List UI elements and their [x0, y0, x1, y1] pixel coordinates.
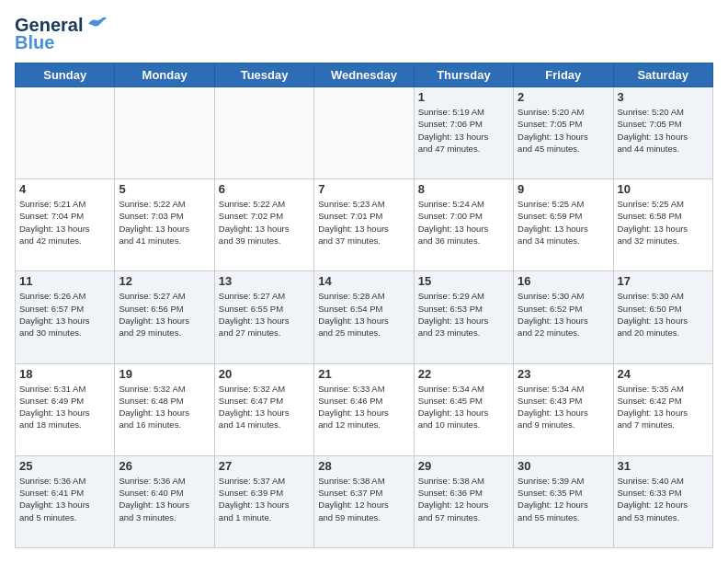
day-info: Sunrise: 5:25 AM Sunset: 6:58 PM Dayligh… [618, 198, 709, 247]
day-info: Sunrise: 5:25 AM Sunset: 6:59 PM Dayligh… [518, 198, 609, 247]
day-number: 4 [19, 182, 110, 196]
calendar-cell: 20Sunrise: 5:32 AM Sunset: 6:47 PM Dayli… [214, 363, 313, 455]
day-number: 6 [219, 182, 310, 196]
day-info: Sunrise: 5:36 AM Sunset: 6:40 PM Dayligh… [119, 475, 210, 523]
day-number: 15 [418, 274, 509, 288]
calendar-cell: 19Sunrise: 5:32 AM Sunset: 6:48 PM Dayli… [115, 363, 214, 455]
day-number: 17 [618, 274, 709, 288]
day-number: 26 [119, 459, 210, 473]
day-number: 22 [418, 367, 509, 381]
day-number: 7 [318, 182, 409, 196]
day-info: Sunrise: 5:26 AM Sunset: 6:57 PM Dayligh… [19, 290, 110, 339]
calendar-cell: 21Sunrise: 5:33 AM Sunset: 6:46 PM Dayli… [314, 363, 414, 455]
day-info: Sunrise: 5:37 AM Sunset: 6:39 PM Dayligh… [219, 475, 310, 523]
day-info: Sunrise: 5:40 AM Sunset: 6:33 PM Dayligh… [618, 475, 709, 523]
day-info: Sunrise: 5:21 AM Sunset: 7:04 PM Dayligh… [19, 198, 110, 247]
day-info: Sunrise: 5:30 AM Sunset: 6:50 PM Dayligh… [618, 290, 709, 339]
day-info: Sunrise: 5:38 AM Sunset: 6:36 PM Dayligh… [418, 475, 509, 523]
day-number: 8 [418, 182, 509, 196]
day-number: 27 [219, 459, 310, 473]
day-info: Sunrise: 5:31 AM Sunset: 6:49 PM Dayligh… [19, 383, 110, 431]
day-info: Sunrise: 5:20 AM Sunset: 7:05 PM Dayligh… [618, 106, 709, 155]
day-info: Sunrise: 5:34 AM Sunset: 6:45 PM Dayligh… [418, 383, 509, 431]
day-info: Sunrise: 5:23 AM Sunset: 7:01 PM Dayligh… [318, 198, 409, 247]
day-number: 12 [119, 274, 210, 288]
calendar-cell: 31Sunrise: 5:40 AM Sunset: 6:33 PM Dayli… [613, 455, 712, 547]
day-info: Sunrise: 5:19 AM Sunset: 7:06 PM Dayligh… [418, 106, 509, 155]
weekday-header-saturday: Saturday [613, 63, 712, 87]
day-number: 25 [19, 459, 110, 473]
logo: General Blue [15, 15, 107, 53]
week-row-2: 4Sunrise: 5:21 AM Sunset: 7:04 PM Daylig… [16, 179, 713, 271]
day-number: 11 [19, 274, 110, 288]
weekday-header-wednesday: Wednesday [314, 63, 414, 87]
day-number: 24 [618, 367, 709, 381]
day-info: Sunrise: 5:38 AM Sunset: 6:37 PM Dayligh… [318, 475, 409, 523]
day-info: Sunrise: 5:35 AM Sunset: 6:42 PM Dayligh… [618, 383, 709, 431]
day-number: 16 [518, 274, 609, 288]
day-info: Sunrise: 5:33 AM Sunset: 6:46 PM Dayligh… [318, 383, 409, 431]
day-info: Sunrise: 5:32 AM Sunset: 6:47 PM Dayligh… [219, 383, 310, 431]
day-info: Sunrise: 5:27 AM Sunset: 6:55 PM Dayligh… [219, 290, 310, 339]
page: General Blue SundayMondayTuesdayWednesda… [0, 0, 728, 563]
day-number: 30 [518, 459, 609, 473]
calendar-cell: 10Sunrise: 5:25 AM Sunset: 6:58 PM Dayli… [613, 179, 712, 271]
calendar-cell: 7Sunrise: 5:23 AM Sunset: 7:01 PM Daylig… [314, 179, 414, 271]
calendar-cell: 3Sunrise: 5:20 AM Sunset: 7:05 PM Daylig… [613, 87, 712, 179]
day-number: 29 [418, 459, 509, 473]
day-number: 20 [219, 367, 310, 381]
calendar-cell: 16Sunrise: 5:30 AM Sunset: 6:52 PM Dayli… [514, 271, 613, 363]
day-info: Sunrise: 5:29 AM Sunset: 6:53 PM Dayligh… [418, 290, 509, 339]
calendar-cell: 12Sunrise: 5:27 AM Sunset: 6:56 PM Dayli… [115, 271, 214, 363]
calendar-cell [16, 87, 115, 179]
calendar-cell: 25Sunrise: 5:36 AM Sunset: 6:41 PM Dayli… [16, 455, 115, 547]
calendar-cell: 13Sunrise: 5:27 AM Sunset: 6:55 PM Dayli… [214, 271, 313, 363]
calendar-cell: 9Sunrise: 5:25 AM Sunset: 6:59 PM Daylig… [514, 179, 613, 271]
weekday-header-thursday: Thursday [414, 63, 513, 87]
week-row-3: 11Sunrise: 5:26 AM Sunset: 6:57 PM Dayli… [16, 271, 713, 363]
calendar-cell: 4Sunrise: 5:21 AM Sunset: 7:04 PM Daylig… [16, 179, 115, 271]
day-info: Sunrise: 5:32 AM Sunset: 6:48 PM Dayligh… [119, 383, 210, 431]
day-info: Sunrise: 5:39 AM Sunset: 6:35 PM Dayligh… [518, 475, 609, 523]
calendar-cell [314, 87, 414, 179]
day-number: 9 [518, 182, 609, 196]
day-number: 10 [618, 182, 709, 196]
day-number: 31 [618, 459, 709, 473]
day-info: Sunrise: 5:22 AM Sunset: 7:03 PM Dayligh… [119, 198, 210, 247]
day-number: 3 [618, 90, 709, 104]
calendar-cell: 23Sunrise: 5:34 AM Sunset: 6:43 PM Dayli… [514, 363, 613, 455]
weekday-header-tuesday: Tuesday [214, 63, 313, 87]
calendar-cell: 30Sunrise: 5:39 AM Sunset: 6:35 PM Dayli… [514, 455, 613, 547]
day-info: Sunrise: 5:34 AM Sunset: 6:43 PM Dayligh… [518, 383, 609, 431]
calendar-cell: 18Sunrise: 5:31 AM Sunset: 6:49 PM Dayli… [16, 363, 115, 455]
day-number: 23 [518, 367, 609, 381]
calendar-cell: 15Sunrise: 5:29 AM Sunset: 6:53 PM Dayli… [414, 271, 513, 363]
logo-blue: Blue [15, 32, 54, 53]
calendar-cell: 22Sunrise: 5:34 AM Sunset: 6:45 PM Dayli… [414, 363, 513, 455]
calendar-cell: 5Sunrise: 5:22 AM Sunset: 7:03 PM Daylig… [115, 179, 214, 271]
day-info: Sunrise: 5:30 AM Sunset: 6:52 PM Dayligh… [518, 290, 609, 339]
day-info: Sunrise: 5:22 AM Sunset: 7:02 PM Dayligh… [219, 198, 310, 247]
day-number: 28 [318, 459, 409, 473]
calendar-cell: 29Sunrise: 5:38 AM Sunset: 6:36 PM Dayli… [414, 455, 513, 547]
day-info: Sunrise: 5:20 AM Sunset: 7:05 PM Dayligh… [518, 106, 609, 155]
day-number: 2 [518, 90, 609, 104]
weekday-header-sunday: Sunday [16, 63, 115, 87]
day-number: 19 [119, 367, 210, 381]
week-row-5: 25Sunrise: 5:36 AM Sunset: 6:41 PM Dayli… [16, 455, 713, 547]
weekday-header-row: SundayMondayTuesdayWednesdayThursdayFrid… [16, 63, 713, 87]
week-row-4: 18Sunrise: 5:31 AM Sunset: 6:49 PM Dayli… [16, 363, 713, 455]
day-info: Sunrise: 5:27 AM Sunset: 6:56 PM Dayligh… [119, 290, 210, 339]
weekday-header-monday: Monday [115, 63, 214, 87]
calendar-cell: 8Sunrise: 5:24 AM Sunset: 7:00 PM Daylig… [414, 179, 513, 271]
weekday-header-friday: Friday [514, 63, 613, 87]
day-number: 18 [19, 367, 110, 381]
day-info: Sunrise: 5:28 AM Sunset: 6:54 PM Dayligh… [318, 290, 409, 339]
calendar-cell: 17Sunrise: 5:30 AM Sunset: 6:50 PM Dayli… [613, 271, 712, 363]
calendar-cell: 24Sunrise: 5:35 AM Sunset: 6:42 PM Dayli… [613, 363, 712, 455]
calendar-cell: 6Sunrise: 5:22 AM Sunset: 7:02 PM Daylig… [214, 179, 313, 271]
calendar-cell: 27Sunrise: 5:37 AM Sunset: 6:39 PM Dayli… [214, 455, 313, 547]
week-row-1: 1Sunrise: 5:19 AM Sunset: 7:06 PM Daylig… [16, 87, 713, 179]
calendar-cell: 1Sunrise: 5:19 AM Sunset: 7:06 PM Daylig… [414, 87, 513, 179]
day-number: 5 [119, 182, 210, 196]
